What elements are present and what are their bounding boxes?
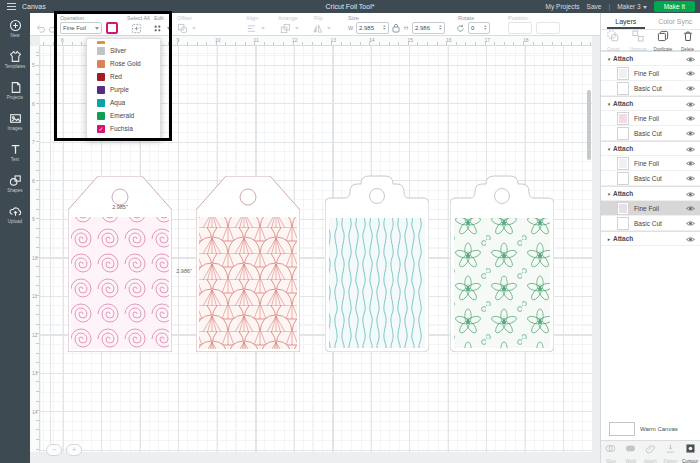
tab-layers[interactable]: Layers xyxy=(601,13,651,29)
color-option-fuchsia[interactable]: ✓Fuchsia xyxy=(87,122,160,135)
sidebar-item-label: New xyxy=(10,33,19,38)
offset-label: Offset xyxy=(177,15,192,21)
menu-icon[interactable] xyxy=(7,3,16,10)
eye-icon[interactable] xyxy=(686,70,695,78)
my-projects-link[interactable]: My Projects xyxy=(546,3,580,10)
color-option-red[interactable]: Red xyxy=(87,70,160,83)
group-button[interactable]: Group xyxy=(601,30,626,50)
sidebar-item-projects[interactable]: Projects xyxy=(0,75,30,106)
layer-label: Basic Cut xyxy=(634,85,662,92)
layer-thumbnail xyxy=(617,112,629,125)
layer-group-attach[interactable]: ▾Attach xyxy=(601,186,700,201)
tab-color-sync[interactable]: Color Sync xyxy=(651,13,700,29)
layer-basic-cut[interactable]: Basic Cut xyxy=(601,81,700,96)
select-all-icon[interactable] xyxy=(131,22,142,34)
eye-icon[interactable] xyxy=(686,146,695,154)
gift-tag-petal[interactable] xyxy=(196,176,300,352)
gift-tag-swirl[interactable] xyxy=(68,176,172,352)
contour-button[interactable]: Contour xyxy=(680,441,700,463)
align-menu[interactable] xyxy=(246,22,265,34)
layer-fine-foil[interactable]: Fine Foil xyxy=(601,201,700,216)
redo-icon[interactable] xyxy=(49,22,58,34)
layer-fine-foil[interactable]: Fine Foil xyxy=(601,66,700,81)
layer-fine-foil[interactable]: Fine Foil xyxy=(601,111,700,126)
undo-icon[interactable] xyxy=(36,22,45,34)
canvas-scrollbar[interactable] xyxy=(587,90,591,160)
layer-basic-cut[interactable]: Basic Cut xyxy=(601,126,700,141)
lock-ratio-icon[interactable] xyxy=(392,22,400,34)
eye-icon[interactable] xyxy=(686,220,695,228)
layer-basic-cut[interactable]: Basic Cut xyxy=(601,216,700,231)
eye-icon[interactable] xyxy=(686,236,695,244)
collapse-icon[interactable]: ▾ xyxy=(605,101,613,107)
layer-label: Fine Foil xyxy=(634,205,659,212)
make-it-button[interactable]: Make It xyxy=(654,1,695,12)
canvas-color-swatch[interactable] xyxy=(609,422,635,436)
edit-menu[interactable] xyxy=(152,22,171,34)
flatten-button[interactable]: Flatten xyxy=(660,441,680,463)
width-input[interactable]: 2.985▲▼ xyxy=(356,22,389,34)
color-option-aqua[interactable]: Aqua xyxy=(87,96,160,109)
layer-basic-cut[interactable]: Basic Cut xyxy=(601,171,700,186)
eye-icon[interactable] xyxy=(686,101,695,109)
duplicate-button[interactable]: Duplicate xyxy=(651,30,676,50)
sidebar-item-new[interactable]: New xyxy=(0,13,30,44)
sidebar-item-text[interactable]: Text xyxy=(0,137,30,168)
collapse-icon[interactable]: ▾ xyxy=(605,191,613,197)
sidebar-item-label: Projects xyxy=(7,95,23,100)
weld-button[interactable]: Weld xyxy=(621,441,641,463)
position-y-input[interactable] xyxy=(536,22,560,34)
eye-icon[interactable] xyxy=(686,56,695,64)
eye-icon[interactable] xyxy=(686,85,695,93)
eye-icon[interactable] xyxy=(686,175,695,183)
color-option-silver[interactable]: Silver xyxy=(87,44,160,57)
stepper-icon[interactable]: ▲▼ xyxy=(439,25,442,31)
eye-icon[interactable] xyxy=(686,191,695,199)
foil-color-swatch[interactable] xyxy=(106,22,118,34)
eye-icon[interactable] xyxy=(686,160,695,168)
position-x-input[interactable] xyxy=(508,22,532,34)
height-input[interactable]: 2.986▲▼ xyxy=(412,22,445,34)
vertical-ruler: 567891011121314 xyxy=(30,46,40,452)
expand-icon[interactable]: ▸ xyxy=(605,236,613,242)
save-link[interactable]: Save xyxy=(587,3,602,10)
stepper-icon[interactable]: ▲▼ xyxy=(383,25,386,31)
rotate-input[interactable]: 0▲▼ xyxy=(468,22,490,34)
delete-button[interactable]: Delete xyxy=(675,30,700,50)
color-option-label: Silver xyxy=(110,47,126,54)
layer-fine-foil[interactable]: Fine Foil xyxy=(601,156,700,171)
layer-group-attach[interactable]: ▾Attach xyxy=(601,51,700,66)
eye-icon[interactable] xyxy=(686,130,695,138)
slice-button[interactable]: Slice xyxy=(601,441,621,463)
eye-icon[interactable] xyxy=(686,205,695,213)
layer-group-attach[interactable]: ▸Attach xyxy=(601,231,700,246)
eye-icon[interactable] xyxy=(686,115,695,123)
arrange-menu[interactable] xyxy=(280,22,299,34)
sidebar-item-images[interactable]: Images xyxy=(0,106,30,137)
attach-button[interactable]: Attach xyxy=(641,441,661,463)
offset-menu[interactable] xyxy=(177,22,196,34)
sidebar-item-upload[interactable]: Upload xyxy=(0,199,30,230)
color-option-purple[interactable]: Purple xyxy=(87,83,160,96)
ruler-number: 11 xyxy=(32,293,37,299)
collapse-icon[interactable]: ▾ xyxy=(605,56,613,62)
sidebar-item-shapes[interactable]: Shapes xyxy=(0,168,30,199)
layer-thumbnail xyxy=(617,127,629,140)
flip-menu[interactable] xyxy=(312,22,331,34)
operation-select[interactable]: Fine Foil xyxy=(60,22,102,34)
gift-tag-flower[interactable] xyxy=(450,174,554,352)
machine-select[interactable]: Maker 3 xyxy=(617,3,646,10)
color-option-emerald[interactable]: Emerald xyxy=(87,109,160,122)
ruler-number: 11 xyxy=(254,37,259,43)
zoom-in-button[interactable]: + xyxy=(66,444,82,456)
zoom-out-button[interactable]: − xyxy=(46,444,62,456)
gift-tag-wave[interactable] xyxy=(325,174,429,352)
layer-group-attach[interactable]: ▾Attach xyxy=(601,141,700,156)
ungroup-button[interactable]: Ungroup xyxy=(626,30,651,50)
color-swatch-icon xyxy=(97,86,105,94)
sidebar-item-templates[interactable]: Templates xyxy=(0,44,30,75)
collapse-icon[interactable]: ▾ xyxy=(605,146,613,152)
layer-group-attach[interactable]: ▾Attach xyxy=(601,96,700,111)
color-option-rose-gold[interactable]: Rose Gold xyxy=(87,57,160,70)
stepper-icon[interactable]: ▲▼ xyxy=(484,25,487,31)
